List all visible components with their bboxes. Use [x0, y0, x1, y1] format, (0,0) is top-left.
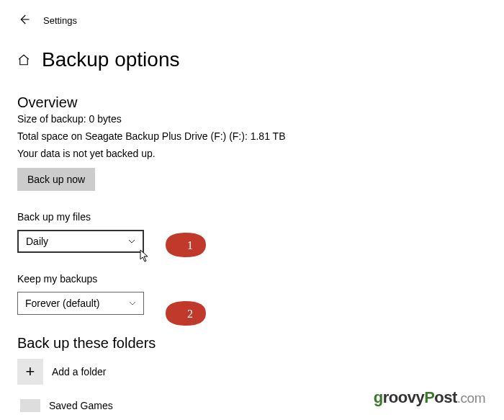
backup-space-text: Total space on Seagate Backup Plus Drive…	[17, 130, 487, 142]
settings-label: Settings	[43, 15, 77, 26]
backup-frequency-value: Daily	[26, 236, 48, 247]
folders-heading: Back up these folders	[17, 335, 487, 352]
chevron-down-icon	[129, 300, 136, 307]
watermark-logo: groovyPost.com	[374, 388, 485, 407]
keep-backups-dropdown[interactable]: Forever (default)	[17, 292, 144, 315]
page-title: Backup options	[42, 48, 179, 71]
backup-frequency-dropdown[interactable]: Daily	[17, 230, 144, 253]
svg-text:2: 2	[187, 308, 193, 320]
overview-heading: Overview	[17, 94, 487, 111]
chevron-down-icon	[128, 238, 135, 245]
backup-now-button[interactable]: Back up now	[17, 168, 95, 191]
plus-icon: +	[17, 359, 43, 385]
backup-status-text: Your data is not yet backed up.	[17, 148, 487, 159]
backup-frequency-label: Back up my files	[17, 211, 487, 223]
home-icon[interactable]	[17, 53, 30, 66]
keep-backups-value: Forever (default)	[25, 298, 99, 309]
svg-text:1: 1	[187, 239, 193, 251]
annotation-callout-1: 1	[164, 231, 207, 259]
annotation-callout-2: 2	[164, 300, 207, 327]
add-folder-button[interactable]: + Add a folder	[17, 359, 487, 385]
folder-item-label: Saved Games	[49, 400, 113, 411]
add-folder-label: Add a folder	[52, 366, 107, 377]
keep-backups-label: Keep my backups	[17, 273, 487, 285]
folder-icon	[20, 399, 40, 412]
backup-size-text: Size of backup: 0 bytes	[17, 113, 487, 125]
back-button[interactable]	[17, 13, 30, 28]
